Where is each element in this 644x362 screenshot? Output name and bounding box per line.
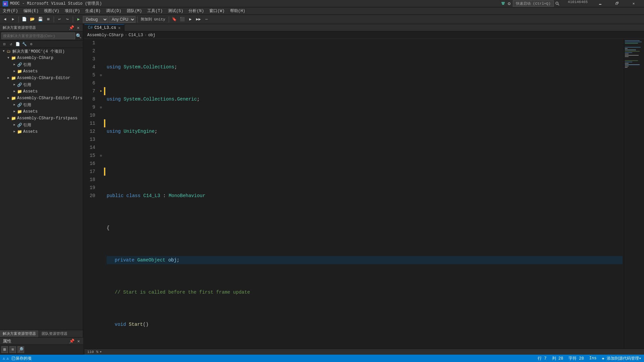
ref3-icon: 🔗	[17, 102, 22, 108]
toolbar-forward-btn[interactable]: ►	[9, 16, 17, 23]
platform-dropdown[interactable]: Any CPU	[109, 16, 136, 23]
toolbar-bookmark-btn[interactable]: 🔖	[171, 16, 178, 23]
toolbar-save-btn[interactable]: 💾	[37, 16, 44, 23]
properties-btn[interactable]: 🔧	[21, 41, 28, 47]
breadcrumb-sep2: ›	[144, 33, 147, 38]
assembly-editor-fp-label: Assembly-CSharp-Editor-firstpass	[17, 96, 83, 101]
team-explorer-tab[interactable]: 团队资源管理器	[39, 330, 70, 337]
collapse-all-btn[interactable]: ⊡	[1, 41, 7, 47]
menu-test[interactable]: 测试(S)	[165, 7, 186, 15]
svg-line-7	[558, 4, 559, 5]
tree-ref3[interactable]: ► 🔗 引用	[0, 102, 83, 108]
assets3-arrow: ►	[12, 109, 17, 114]
assembly-fp-label: Assembly-CSharp-firstpass	[17, 116, 77, 121]
sidebar-close-btn[interactable]: ✕	[76, 25, 80, 31]
toolbar-sep3	[73, 16, 73, 22]
code-line-2: using System.Collections.Generic;	[107, 95, 623, 103]
svg-rect-4	[502, 4, 504, 5]
current-line-marker-17	[104, 168, 105, 176]
toolbar-misc-btn3[interactable]: ▶▶	[195, 16, 202, 23]
code-content[interactable]: using System.Collections; using System.C…	[105, 39, 624, 349]
tab-c14l3-label: C14_L3.cs	[94, 25, 116, 30]
breadcrumb-part2[interactable]: C14_L3	[128, 33, 143, 38]
solution-explorer-header: 解决方案资源管理器 📌 ✕	[0, 24, 83, 32]
toolbar-open-btn[interactable]: 📂	[29, 16, 36, 23]
menu-team[interactable]: 团队(M)	[124, 7, 145, 15]
tab-c14l3[interactable]: C# C14_L3.cs ✕	[85, 24, 124, 32]
solution-root-item[interactable]: ▼ 🗂 解决方案'MOOC'(4 个项目)	[0, 48, 83, 55]
tree-assembly-editor[interactable]: ► 📁 Assembly-CSharp-Editor	[0, 75, 83, 81]
toolbar-start-btn[interactable]: ▶	[75, 16, 82, 23]
assembly-csharp-arrow: ▼	[6, 56, 11, 60]
code-line-5: public class C14_L3 : MonoBehaviour	[107, 192, 623, 200]
assets1-label: Assets	[23, 69, 38, 74]
toolbar-misc-btn2[interactable]: ▶	[187, 16, 194, 23]
toolbar-attach-unity-btn[interactable]: 附加到 Unity	[139, 16, 167, 23]
maximize-button[interactable]: 🗗	[609, 0, 625, 7]
prop-btn1[interactable]: ⊞	[1, 346, 8, 353]
toolbar-misc-btn4[interactable]: —	[203, 16, 210, 23]
assembly-editor-fp-arrow: ►	[6, 96, 11, 101]
tree-ref2[interactable]: ► 🔗 引用	[0, 81, 83, 88]
minimap	[624, 39, 644, 349]
toolbar-back-btn[interactable]: ◄	[1, 16, 9, 23]
titlebar-controls: 快速启动 (Ctrl+Q) 410146465 🗕 🗗 ✕	[501, 0, 641, 7]
tree-assembly-editor-fp[interactable]: ► 📁 Assembly-CSharp-Editor-firstpass	[0, 95, 83, 102]
zoom-level[interactable]: 110 %	[87, 350, 98, 354]
solution-tree: ▼ 🗂 解决方案'MOOC'(4 个项目) ▼ 📁 Assembly-CShar…	[0, 48, 83, 330]
solution-search-input[interactable]	[1, 33, 75, 39]
menu-build[interactable]: 生成(B)	[83, 7, 103, 15]
close-button[interactable]: ✕	[626, 0, 641, 7]
toolbar-saveall-btn[interactable]: ⊞	[45, 16, 52, 23]
minimize-button[interactable]: 🗕	[592, 0, 608, 7]
tree-assembly-csharp[interactable]: ▼ 📁 Assembly-CSharp	[0, 55, 83, 61]
prop-btn2[interactable]: ≡	[9, 346, 16, 353]
debug-config-dropdown[interactable]: Debug Release	[83, 16, 108, 23]
menu-view[interactable]: 视图(V)	[41, 7, 62, 15]
tree-assets1[interactable]: ► 📁 Assets	[0, 68, 83, 75]
filter-btn[interactable]: ⚙	[28, 41, 34, 47]
tab-c14l3-close[interactable]: ✕	[118, 25, 121, 31]
search-icon[interactable]: 🔍	[76, 33, 82, 39]
breadcrumb-part3[interactable]: obj	[148, 33, 156, 38]
toolbar-sep1	[18, 16, 19, 22]
tree-assets2[interactable]: ► 📁 Assets	[0, 88, 83, 95]
menubar: 文件(F) 编辑(E) 视图(V) 项目(P) 生成(B) 调试(D) 团队(M…	[0, 7, 644, 15]
properties-header: 属性 📌 ✕	[0, 338, 83, 345]
status-add-source[interactable]: ✚ 添加到源代码管理▾	[602, 356, 641, 361]
tree-ref4[interactable]: ► 🔗 引用	[0, 122, 83, 128]
toolbar-misc-btn1[interactable]: ⬛	[179, 16, 186, 23]
menu-tools[interactable]: 工具(T)	[145, 7, 165, 15]
ref3-arrow: ►	[12, 103, 17, 107]
show-files-btn[interactable]: 📄	[15, 41, 21, 47]
solution-label: 解决方案'MOOC'(4 个项目)	[12, 49, 65, 54]
sidebar-pin-btn[interactable]: 📌	[68, 25, 75, 31]
toolbar: ◄ ► 📄 📂 💾 ⊞ ↩ ↪ ▶ Debug Release Any CPU …	[0, 15, 644, 24]
menu-edit[interactable]: 编辑(E)	[21, 7, 42, 15]
ref2-label: 引用	[23, 82, 31, 88]
breadcrumb-part1[interactable]: Assembly-CSharp	[87, 33, 123, 38]
menu-debug[interactable]: 调试(D)	[103, 7, 124, 15]
menu-window[interactable]: 窗口(W)	[207, 7, 227, 15]
solution-explorer-title: 解决方案资源管理器	[3, 25, 36, 30]
properties-close-btn[interactable]: ✕	[76, 339, 80, 344]
prop-btn3[interactable]: 🔎	[17, 346, 24, 353]
menu-help[interactable]: 帮助(H)	[227, 7, 248, 15]
assembly-fp-icon: 📁	[11, 116, 16, 121]
toolbar-undo-btn[interactable]: ↩	[56, 16, 63, 23]
toolbar-redo-btn[interactable]: ↪	[64, 16, 71, 23]
tree-ref1[interactable]: ► 🔗 引用	[0, 61, 83, 68]
menu-analyze[interactable]: 分析(N)	[186, 7, 207, 15]
solution-explorer-tab[interactable]: 解决方案资源管理器	[0, 330, 39, 337]
code-area[interactable]: 1 2 3 4 5 6 7 8 9 10 11 12 13 14 15 16 1…	[85, 39, 644, 349]
breadcrumb: Assembly-CSharp › C14_L3 › obj	[85, 32, 644, 39]
assembly-editor-fp-icon: 📁	[11, 96, 16, 101]
tree-assembly-fp[interactable]: ► 📁 Assembly-CSharp-firstpass	[0, 115, 83, 122]
properties-pin-btn[interactable]: 📌	[68, 339, 75, 344]
menu-file[interactable]: 文件(F)	[0, 7, 21, 15]
refresh-btn[interactable]: ↺	[8, 41, 14, 47]
tree-assets4[interactable]: ► 📁 Assets	[0, 128, 83, 135]
menu-project[interactable]: 项目(P)	[62, 7, 83, 15]
toolbar-new-btn[interactable]: 📄	[20, 16, 28, 23]
tree-assets3[interactable]: ► 📁 Assets	[0, 108, 83, 115]
